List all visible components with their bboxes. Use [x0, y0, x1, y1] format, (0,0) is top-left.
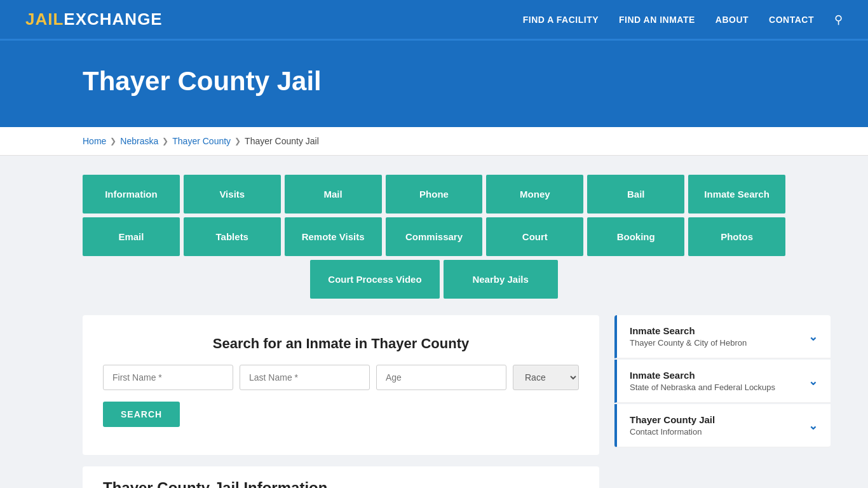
tile-row-1: Information Visits Mail Phone Money Bail… [83, 175, 785, 214]
nav-find-inmate[interactable]: FIND AN INMATE [619, 15, 695, 25]
sidebar: Inmate Search Thayer County & City of He… [614, 315, 831, 447]
info-heading-text: Thayer County Jail Information [103, 479, 579, 488]
breadcrumb: Home ❯ Nebraska ❯ Thayer County ❯ Thayer… [0, 127, 868, 156]
breadcrumb-current: Thayer County Jail [245, 136, 319, 146]
first-name-input[interactable] [103, 365, 233, 390]
tile-information[interactable]: Information [83, 175, 180, 214]
inmate-search-card: Search for an Inmate in Thayer County Ra… [83, 315, 599, 455]
chevron-down-icon-contact: ⌄ [808, 419, 818, 433]
tile-money[interactable]: Money [486, 175, 583, 214]
race-select[interactable]: Race White Black Hispanic Asian Other [513, 365, 579, 390]
sidebar-item-text-nebraska: Inmate Search State of Nebraska and Fede… [630, 370, 775, 392]
breadcrumb-sep-2: ❯ [162, 137, 168, 146]
chevron-down-icon-nebraska: ⌄ [808, 374, 818, 388]
age-input[interactable] [376, 365, 506, 390]
last-name-input[interactable] [240, 365, 370, 390]
sidebar-item-title-nebraska: Inmate Search [630, 370, 775, 381]
sidebar-item-inmate-search-nebraska[interactable]: Inmate Search State of Nebraska and Fede… [614, 360, 831, 403]
nav-links: FIND A FACILITY FIND AN INMATE ABOUT CON… [523, 13, 843, 27]
hero-section: Thayer County Jail [0, 41, 868, 127]
tile-email[interactable]: Email [83, 217, 180, 256]
sidebar-item-text-contact: Thayer County Jail Contact Information [630, 414, 715, 437]
tile-photos[interactable]: Photos [688, 217, 785, 256]
nav-find-facility[interactable]: FIND A FACILITY [523, 15, 599, 25]
bottom-section: Search for an Inmate in Thayer County Ra… [83, 315, 785, 488]
sidebar-item-title-contact: Thayer County Jail [630, 414, 715, 425]
logo[interactable]: JAILEXCHANGE [25, 10, 163, 29]
tile-tablets[interactable]: Tablets [184, 217, 281, 256]
nav-about[interactable]: ABOUT [715, 15, 749, 25]
tile-mail[interactable]: Mail [285, 175, 382, 214]
logo-exchange: EXCHANGE [64, 10, 162, 29]
search-heading: Search for an Inmate in Thayer County [103, 336, 579, 352]
sidebar-item-inmate-search-thayer[interactable]: Inmate Search Thayer County & City of He… [614, 315, 831, 358]
chevron-down-icon-thayer: ⌄ [808, 330, 818, 344]
sidebar-item-contact-info[interactable]: Thayer County Jail Contact Information ⌄ [614, 404, 831, 447]
tile-court[interactable]: Court [486, 217, 583, 256]
breadcrumb-home[interactable]: Home [83, 136, 106, 146]
nav-contact[interactable]: CONTACT [769, 15, 814, 25]
tile-phone[interactable]: Phone [386, 175, 483, 214]
tile-booking[interactable]: Booking [587, 217, 684, 256]
tile-inmate-search[interactable]: Inmate Search [688, 175, 785, 214]
sidebar-item-text-thayer: Inmate Search Thayer County & City of He… [630, 325, 747, 348]
sidebar-item-subtitle-thayer: Thayer County & City of Hebron [630, 338, 747, 348]
tile-row-2: Email Tablets Remote Visits Commissary C… [83, 217, 785, 256]
tile-nearby-jails[interactable]: Nearby Jails [444, 260, 558, 299]
main-content: Information Visits Mail Phone Money Bail… [0, 156, 868, 488]
breadcrumb-sep-3: ❯ [234, 137, 241, 146]
search-button[interactable]: SEARCH [103, 402, 180, 427]
tile-bail[interactable]: Bail [587, 175, 684, 214]
search-icon[interactable]: ⚲ [834, 13, 843, 26]
sidebar-item-title-thayer: Inmate Search [630, 325, 747, 336]
info-section: Thayer County Jail Information [83, 466, 599, 488]
breadcrumb-thayer-county[interactable]: Thayer County [172, 136, 231, 146]
sidebar-item-subtitle-nebraska: State of Nebraska and Federal Lockups [630, 383, 775, 392]
navbar: JAILEXCHANGE FIND A FACILITY FIND AN INM… [0, 0, 868, 41]
page-title: Thayer County Jail [83, 66, 843, 97]
sidebar-item-subtitle-contact: Contact Information [630, 427, 715, 437]
breadcrumb-nebraska[interactable]: Nebraska [120, 136, 158, 146]
search-inputs: Race White Black Hispanic Asian Other [103, 365, 579, 390]
tile-row-3: Court Process Video Nearby Jails [83, 260, 785, 299]
logo-jail: JAIL [25, 10, 64, 29]
tile-visits[interactable]: Visits [184, 175, 281, 214]
tile-remote-visits[interactable]: Remote Visits [285, 217, 382, 256]
breadcrumb-sep-1: ❯ [110, 137, 116, 146]
tile-commissary[interactable]: Commissary [386, 217, 483, 256]
left-column: Search for an Inmate in Thayer County Ra… [83, 315, 599, 488]
tile-court-process-video[interactable]: Court Process Video [310, 260, 439, 299]
